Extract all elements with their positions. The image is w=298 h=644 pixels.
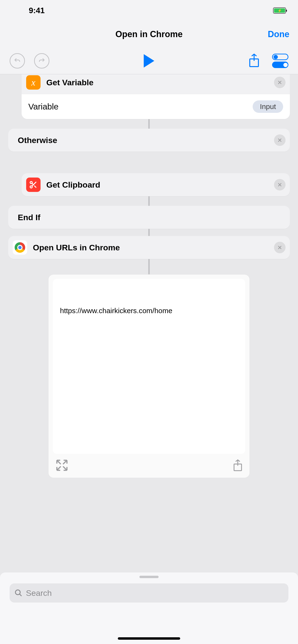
action-end-if[interactable]: End If [8,206,290,229]
action-title: Open URLs in Chrome [33,243,120,252]
search-placeholder: Search [26,588,52,598]
done-button[interactable]: Done [268,29,289,39]
svg-point-1 [30,182,32,184]
search-input[interactable]: Search [10,584,288,602]
editor-toolbar [0,48,298,74]
redo-button[interactable] [34,53,49,68]
action-get-variable[interactable]: x Get Variable Variable Input [22,74,290,119]
battery-icon: ⚡ [273,8,286,14]
result-preview[interactable]: https://www.chairkickers.com/home [48,274,250,478]
action-open-urls-chrome[interactable]: Open URLs in Chrome [8,236,290,259]
delete-action-button[interactable] [274,179,285,190]
expand-button[interactable] [55,458,69,473]
action-otherwise[interactable]: Otherwise [8,129,290,152]
home-indicator[interactable] [118,637,180,640]
action-title: Get Variable [46,78,94,87]
drag-handle[interactable] [139,576,159,578]
run-button[interactable] [144,54,154,68]
status-bar: 9:41 ⚡ [0,0,298,21]
action-title: End If [18,213,40,222]
status-indicators: ⚡ [273,8,286,14]
variable-token[interactable]: Input [253,100,283,113]
chrome-icon [13,240,27,255]
action-title: Otherwise [18,136,57,145]
scissors-icon [26,178,41,192]
svg-point-4 [15,590,20,595]
variable-icon: x [26,75,41,90]
svg-point-2 [30,186,32,188]
nav-header: Open in Chrome Done [0,21,298,48]
delete-action-button[interactable] [274,77,285,88]
status-time: 9:41 [29,6,45,15]
settings-button[interactable] [272,54,288,68]
share-button[interactable] [248,53,260,68]
result-url: https://www.chairkickers.com/home [60,307,238,315]
delete-action-button[interactable] [274,134,285,146]
undo-button[interactable] [10,53,25,68]
share-result-button[interactable] [233,459,243,472]
workflow-canvas[interactable]: x Get Variable Variable Input Otherwise … [0,74,298,572]
page-title: Open in Chrome [115,29,183,39]
param-label: Variable [28,102,59,112]
delete-action-button[interactable] [274,242,285,253]
action-get-clipboard[interactable]: Get Clipboard [22,173,290,196]
search-panel[interactable]: Search [0,572,298,644]
action-title: Get Clipboard [46,180,100,190]
